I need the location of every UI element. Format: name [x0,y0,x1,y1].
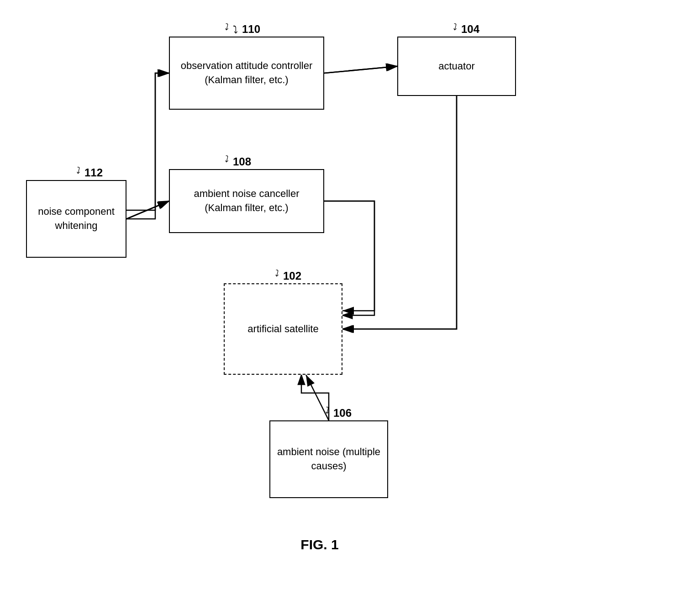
curly-brace-106: ⤵ [324,405,329,416]
arrows-main-svg [0,0,700,616]
actuator-box: actuator [397,37,516,96]
svg-line-4 [126,201,169,219]
ambient-canceller-box: ambient noise canceller (Kalman filter, … [169,169,324,233]
svg-line-3 [324,66,397,73]
ambient-noise-box: ambient noise (multiple causes) [269,420,388,498]
noise-whitening-box: noise component whitening [26,180,126,258]
ref-102-label: 102 [283,270,301,282]
curly-brace-104: ⤵ [452,22,457,32]
ref-110-label: 110 [242,23,260,36]
ref-104-label: 104 [461,23,479,36]
curly-brace-110: ⤵ [224,22,228,32]
artificial-satellite-box: artificial satellite [224,283,342,375]
curly-brace-112: ⤵ [75,165,80,176]
ambient-canceller-label: ambient noise canceller (Kalman filter, … [174,187,319,215]
svg-line-2 [126,73,169,201]
ref-112-label: 112 [84,166,103,179]
ref-106-label: 106 [333,407,352,420]
ambient-noise-label: ambient noise (multiple causes) [275,445,383,473]
curly-brace-102: ⤵ [274,268,279,279]
fig-caption: FIG. 1 [251,537,388,552]
observation-controller-label: observation attitude controller (Kalman … [174,59,319,87]
noise-whitening-label: noise component whitening [32,205,121,233]
curly-brace-108: ⤵ [224,154,228,165]
svg-line-7 [324,66,397,73]
svg-line-8 [126,201,169,219]
curly-110: ⤵ [233,24,238,36]
observation-controller-box: observation attitude controller (Kalman … [169,37,324,110]
arrows-svg [0,0,700,616]
actuator-label: actuator [438,59,475,74]
ref-108-label: 108 [233,155,251,168]
diagram: observation attitude controller (Kalman … [0,0,700,616]
artificial-satellite-label: artificial satellite [247,322,318,336]
